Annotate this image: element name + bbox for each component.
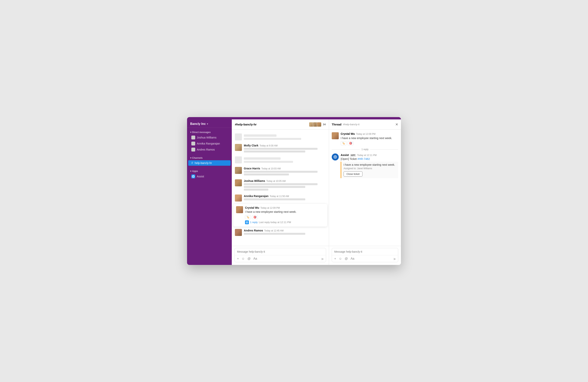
channel-header: #help-bancly-hr 34 (232, 119, 329, 129)
reaction-1[interactable]: 🏷️ (245, 215, 251, 219)
sidebar-item-label-annika: Annika Rangarajan (197, 142, 220, 145)
avatar-andres (191, 148, 195, 151)
reply-count-divider: 1 reply (361, 148, 368, 151)
skeleton-line (244, 161, 293, 163)
member-count: 34 (323, 123, 326, 126)
sidebar-item-label-assist: Assist (197, 175, 204, 178)
thread-original-message: Crystal Wu Today at 12:09 PM I have a ne… (332, 132, 398, 145)
avatar-grace-harris (235, 167, 242, 174)
assist-ticket-link[interactable]: #HR-7482 (357, 157, 370, 160)
channel-plus-button[interactable]: + (237, 256, 239, 261)
avatar-andres-msg (235, 229, 242, 236)
msg-author-joshua: Joshua Williams (244, 179, 265, 182)
thread-reaction-2[interactable]: 🎯 (348, 141, 354, 145)
assist-ticket-prefix: [Open] Ticket (341, 157, 357, 160)
thread-reply-icon (245, 220, 249, 224)
msg-author-grace: Grace Harris (244, 167, 260, 170)
channel-message-input-area: + ☺ @ Aa ▶ (232, 246, 329, 265)
msg-content-molly: Molly Clark Today at 9:30 AM (244, 144, 326, 153)
sidebar-workspace-header[interactable]: Bancly Inc ▾ (187, 119, 232, 128)
msg-author-crystal: Crystal Wu (245, 206, 259, 209)
svg-point-0 (192, 175, 194, 178)
list-item (232, 155, 329, 165)
msg-header-crystal: Crystal Wu Today at 12:09 PM (245, 206, 325, 209)
thread-plus-button[interactable]: + (334, 256, 336, 261)
channel-message-toolbar: + ☺ @ Aa ▶ (235, 255, 326, 262)
thread-message-input[interactable] (332, 248, 398, 255)
msg-author-molly: Molly Clark (244, 144, 258, 147)
messages-list: Molly Clark Today at 9:30 AM (232, 129, 329, 246)
sidebar-item-andres[interactable]: Andres Ramos (188, 147, 231, 152)
sidebar-item-annika[interactable]: Annika Rangarajan (188, 141, 231, 147)
apps-arrow-icon: ▾ (190, 170, 191, 172)
skeleton-avatar (235, 156, 242, 163)
hash-icon: # (191, 161, 193, 165)
assist-time: Today at 12:11 PM (357, 154, 377, 157)
sidebar-item-joshua-williams[interactable]: Joshua Williams (188, 135, 231, 140)
apps-section-title[interactable]: ▾ Apps (187, 169, 232, 173)
msg-time-grace: Today at 10:03 AM (261, 167, 281, 170)
thread-aa-button[interactable]: Aa (350, 256, 355, 261)
channel-send-button[interactable]: ▶ (322, 257, 324, 261)
channel-at-button[interactable]: @ (247, 256, 251, 261)
reply-time: Last reply today at 12:11 PM (259, 221, 291, 224)
thread-emoji-button[interactable]: ☺ (338, 256, 342, 261)
msg-time-crystal: Today at 12:09 PM (260, 207, 280, 209)
msg-header-joshua: Joshua Williams Today at 10:05 AM (244, 179, 326, 182)
thread-original-time: Today at 12:09 PM (356, 133, 376, 135)
svg-point-2 (246, 221, 248, 223)
direct-messages-section-title[interactable]: ▾ Direct messages (187, 130, 232, 134)
avatar-joshua-williams (191, 136, 195, 139)
thread-panel: Thread #help-bancly-it ✕ Crystal Wu Toda… (329, 119, 401, 265)
channels-section-title[interactable]: ▾ Channels (187, 156, 232, 160)
skeleton-content (244, 156, 326, 164)
msg-header-andres: Andres Ramos Today at 12:45 AM (244, 229, 326, 232)
thread-send-button[interactable]: ▶ (394, 257, 396, 261)
assist-message: Assist APP Today at 12:11 PM [Open] Tick… (332, 153, 398, 178)
msg-line (244, 183, 317, 185)
thread-reaction-1[interactable]: 🏷️ (341, 141, 346, 145)
msg-header-grace: Grace Harris Today at 10:03 AM (244, 167, 326, 170)
apps-label: Apps (192, 170, 198, 172)
ticket-card: I have a new employee starting next week… (341, 162, 398, 178)
thread-original-author: Crystal Wu (341, 132, 355, 135)
channel-emoji-button[interactable]: ☺ (241, 256, 245, 261)
msg-line (244, 173, 289, 175)
app-window: Bancly Inc ▾ ▾ Direct messages Joshua Wi… (187, 117, 401, 265)
thread-at-button[interactable]: @ (344, 256, 348, 261)
channel-name: #help-bancly-hr (235, 123, 307, 126)
thread-title: Thread (332, 123, 341, 126)
workspace-name: Bancly Inc (190, 122, 206, 126)
skeleton-line (244, 138, 301, 140)
msg-author-annika: Annika Rangarajan (244, 194, 269, 198)
svg-point-3 (247, 222, 248, 223)
close-ticket-button[interactable]: Close ticket (344, 171, 362, 177)
msg-time-andres: Today at 12:45 AM (264, 229, 284, 232)
msg-line (244, 171, 317, 173)
thread-original-text: I have a new employee starting next week… (341, 136, 398, 140)
apps-section: ▾ Apps Assist (187, 167, 232, 180)
thread-original-header: Crystal Wu Today at 12:09 PM (341, 132, 398, 135)
assist-icon (332, 153, 339, 160)
member-avatar-stack (309, 122, 321, 127)
sidebar-item-label-channel: help-bancly-hr (195, 161, 212, 165)
avatar-joshua-msg (235, 179, 242, 186)
msg-text-crystal: I have a new employee starting next week… (245, 210, 325, 214)
msg-time-annika: Today at 11:50 AM (270, 195, 289, 198)
skeleton-avatar (235, 133, 242, 140)
thread-header: Thread #help-bancly-it ✕ (329, 119, 401, 129)
msg-content-grace: Grace Harris Today at 10:03 AM (244, 167, 326, 176)
thread-reply-crystal[interactable]: 1 reply Last reply today at 12:11 PM (245, 220, 325, 224)
thread-close-button[interactable]: ✕ (395, 123, 398, 126)
channels-section: ▾ Channels # help-bancly-hr (187, 153, 232, 167)
avatar-crystal-msg (236, 206, 243, 213)
sidebar-item-label-joshua: Joshua Williams (197, 136, 216, 139)
msg-time-joshua: Today at 10:05 AM (266, 180, 286, 182)
sidebar-item-assist[interactable]: Assist (188, 173, 231, 179)
reaction-2[interactable]: 🎯 (252, 215, 258, 219)
title-bar (187, 117, 401, 119)
msg-author-andres: Andres Ramos (244, 229, 263, 232)
sidebar-item-help-bancly-hr[interactable]: # help-bancly-hr (188, 160, 231, 166)
channel-aa-button[interactable]: Aa (253, 256, 258, 261)
channel-message-input[interactable] (235, 248, 326, 255)
